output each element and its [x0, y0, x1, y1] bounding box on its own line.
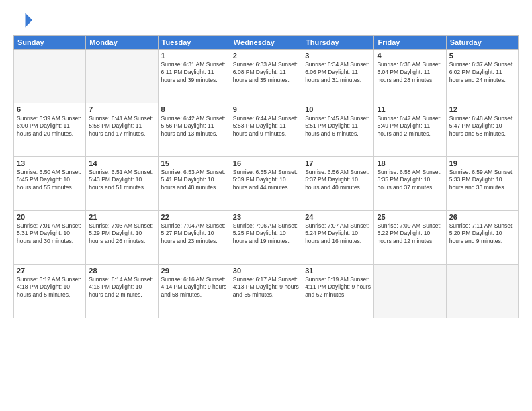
day-number: 7: [89, 105, 154, 113]
day-detail: Sunrise: 6:19 AM Sunset: 4:11 PM Dayligh…: [305, 276, 371, 299]
day-number: 25: [377, 213, 443, 221]
calendar-cell: 25Sunrise: 7:09 AM Sunset: 5:22 PM Dayli…: [374, 211, 446, 265]
calendar-cell: 1Sunrise: 6:31 AM Sunset: 6:11 PM Daylig…: [158, 50, 230, 103]
day-detail: Sunrise: 6:58 AM Sunset: 5:35 PM Dayligh…: [377, 169, 443, 191]
day-detail: Sunrise: 6:39 AM Sunset: 6:00 PM Dayligh…: [17, 115, 83, 138]
calendar-cell: 9Sunrise: 6:44 AM Sunset: 5:53 PM Daylig…: [230, 103, 302, 157]
calendar-cell: [14, 50, 86, 103]
col-header-monday: Monday: [86, 36, 158, 50]
day-detail: Sunrise: 6:37 AM Sunset: 6:02 PM Dayligh…: [449, 61, 515, 84]
calendar-cell: 23Sunrise: 7:06 AM Sunset: 5:25 PM Dayli…: [230, 211, 302, 265]
day-number: 12: [449, 105, 515, 113]
day-number: 22: [161, 213, 227, 221]
calendar-cell: 2Sunrise: 6:33 AM Sunset: 6:08 PM Daylig…: [230, 50, 302, 103]
day-number: 5: [449, 52, 515, 60]
day-detail: Sunrise: 6:53 AM Sunset: 5:41 PM Dayligh…: [161, 169, 227, 191]
day-number: 29: [161, 267, 227, 275]
calendar-cell: 14Sunrise: 6:51 AM Sunset: 5:43 PM Dayli…: [86, 157, 158, 211]
day-number: 20: [17, 213, 83, 221]
day-number: 26: [449, 213, 515, 221]
day-detail: Sunrise: 6:48 AM Sunset: 5:47 PM Dayligh…: [449, 115, 515, 138]
calendar-cell: 11Sunrise: 6:47 AM Sunset: 5:49 PM Dayli…: [374, 103, 446, 157]
day-number: 21: [89, 213, 154, 221]
week-row-4: 20Sunrise: 7:01 AM Sunset: 5:31 PM Dayli…: [14, 211, 519, 265]
day-number: 16: [233, 159, 299, 167]
logo-icon: [13, 11, 32, 30]
col-header-sunday: Sunday: [14, 36, 86, 50]
calendar-cell: 16Sunrise: 6:55 AM Sunset: 5:39 PM Dayli…: [230, 157, 302, 211]
calendar-cell: 22Sunrise: 7:04 AM Sunset: 5:27 PM Dayli…: [158, 211, 230, 265]
calendar-table: SundayMondayTuesdayWednesdayThursdayFrid…: [13, 35, 519, 318]
calendar-cell: 19Sunrise: 6:59 AM Sunset: 5:33 PM Dayli…: [446, 157, 518, 211]
day-number: 3: [305, 52, 371, 60]
day-detail: Sunrise: 7:07 AM Sunset: 5:24 PM Dayligh…: [305, 222, 371, 245]
day-detail: Sunrise: 6:51 AM Sunset: 5:43 PM Dayligh…: [89, 169, 154, 191]
day-number: 8: [161, 105, 227, 113]
calendar-cell: 8Sunrise: 6:42 AM Sunset: 5:56 PM Daylig…: [158, 103, 230, 157]
day-detail: Sunrise: 6:59 AM Sunset: 5:33 PM Dayligh…: [449, 169, 515, 191]
calendar-cell: 18Sunrise: 6:58 AM Sunset: 5:35 PM Dayli…: [374, 157, 446, 211]
day-number: 13: [17, 159, 83, 167]
calendar-cell: 17Sunrise: 6:56 AM Sunset: 5:37 PM Dayli…: [302, 157, 374, 211]
calendar-cell: 24Sunrise: 7:07 AM Sunset: 5:24 PM Dayli…: [302, 211, 374, 265]
day-number: 30: [233, 267, 299, 275]
col-header-friday: Friday: [374, 36, 446, 50]
day-number: 14: [89, 159, 154, 167]
calendar-cell: 31Sunrise: 6:19 AM Sunset: 4:11 PM Dayli…: [302, 265, 374, 318]
calendar-header-row: SundayMondayTuesdayWednesdayThursdayFrid…: [14, 36, 519, 50]
day-detail: Sunrise: 7:04 AM Sunset: 5:27 PM Dayligh…: [161, 222, 227, 245]
page: SundayMondayTuesdayWednesdayThursdayFrid…: [0, 0, 532, 411]
day-number: 24: [305, 213, 371, 221]
day-detail: Sunrise: 6:50 AM Sunset: 5:45 PM Dayligh…: [17, 169, 83, 191]
day-number: 6: [17, 105, 83, 113]
calendar-cell: 4Sunrise: 6:36 AM Sunset: 6:04 PM Daylig…: [374, 50, 446, 103]
day-detail: Sunrise: 7:06 AM Sunset: 5:25 PM Dayligh…: [233, 222, 299, 245]
logo: [13, 11, 35, 30]
day-number: 2: [233, 52, 299, 60]
calendar-cell: 13Sunrise: 6:50 AM Sunset: 5:45 PM Dayli…: [14, 157, 86, 211]
day-detail: Sunrise: 6:42 AM Sunset: 5:56 PM Dayligh…: [161, 115, 227, 138]
day-detail: Sunrise: 6:45 AM Sunset: 5:51 PM Dayligh…: [305, 115, 371, 138]
calendar-cell: 15Sunrise: 6:53 AM Sunset: 5:41 PM Dayli…: [158, 157, 230, 211]
day-number: 10: [305, 105, 371, 113]
col-header-thursday: Thursday: [302, 36, 374, 50]
day-number: 27: [17, 267, 83, 275]
day-detail: Sunrise: 6:36 AM Sunset: 6:04 PM Dayligh…: [377, 61, 443, 84]
col-header-tuesday: Tuesday: [158, 36, 230, 50]
day-number: 23: [233, 213, 299, 221]
day-detail: Sunrise: 7:01 AM Sunset: 5:31 PM Dayligh…: [17, 222, 83, 245]
day-detail: Sunrise: 7:09 AM Sunset: 5:22 PM Dayligh…: [377, 222, 443, 245]
col-header-saturday: Saturday: [446, 36, 518, 50]
calendar-cell: [446, 265, 518, 318]
day-number: 15: [161, 159, 227, 167]
col-header-wednesday: Wednesday: [230, 36, 302, 50]
day-number: 11: [377, 105, 443, 113]
calendar-cell: [374, 265, 446, 318]
day-detail: Sunrise: 6:44 AM Sunset: 5:53 PM Dayligh…: [233, 115, 299, 138]
day-detail: Sunrise: 6:34 AM Sunset: 6:06 PM Dayligh…: [305, 61, 371, 84]
week-row-2: 6Sunrise: 6:39 AM Sunset: 6:00 PM Daylig…: [14, 103, 519, 157]
day-detail: Sunrise: 6:56 AM Sunset: 5:37 PM Dayligh…: [305, 169, 371, 191]
header: [13, 11, 519, 30]
day-number: 19: [449, 159, 515, 167]
calendar-cell: 30Sunrise: 6:17 AM Sunset: 4:13 PM Dayli…: [230, 265, 302, 318]
day-detail: Sunrise: 7:03 AM Sunset: 5:29 PM Dayligh…: [89, 222, 154, 245]
day-detail: Sunrise: 6:12 AM Sunset: 4:18 PM Dayligh…: [17, 276, 83, 299]
day-detail: Sunrise: 6:55 AM Sunset: 5:39 PM Dayligh…: [233, 169, 299, 191]
day-number: 9: [233, 105, 299, 113]
calendar-cell: 5Sunrise: 6:37 AM Sunset: 6:02 PM Daylig…: [446, 50, 518, 103]
calendar-cell: [86, 50, 158, 103]
day-number: 28: [89, 267, 154, 275]
week-row-5: 27Sunrise: 6:12 AM Sunset: 4:18 PM Dayli…: [14, 265, 519, 318]
calendar-cell: 20Sunrise: 7:01 AM Sunset: 5:31 PM Dayli…: [14, 211, 86, 265]
calendar-cell: 27Sunrise: 6:12 AM Sunset: 4:18 PM Dayli…: [14, 265, 86, 318]
svg-marker-0: [26, 13, 33, 28]
day-detail: Sunrise: 6:14 AM Sunset: 4:16 PM Dayligh…: [89, 276, 154, 299]
calendar-cell: 29Sunrise: 6:16 AM Sunset: 4:14 PM Dayli…: [158, 265, 230, 318]
day-detail: Sunrise: 6:31 AM Sunset: 6:11 PM Dayligh…: [161, 61, 227, 84]
calendar-cell: 28Sunrise: 6:14 AM Sunset: 4:16 PM Dayli…: [86, 265, 158, 318]
calendar-cell: 6Sunrise: 6:39 AM Sunset: 6:00 PM Daylig…: [14, 103, 86, 157]
day-number: 17: [305, 159, 371, 167]
day-detail: Sunrise: 6:16 AM Sunset: 4:14 PM Dayligh…: [161, 276, 227, 299]
calendar-cell: 26Sunrise: 7:11 AM Sunset: 5:20 PM Dayli…: [446, 211, 518, 265]
